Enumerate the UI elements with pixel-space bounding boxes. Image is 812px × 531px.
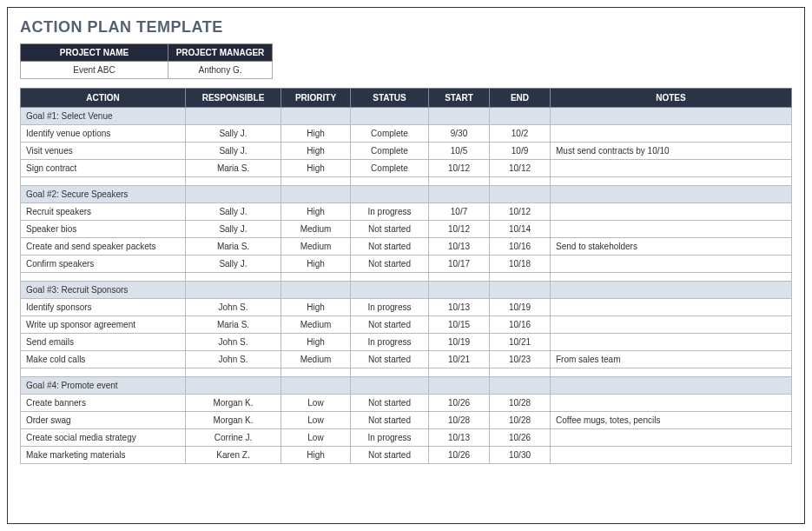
spacer-cell	[429, 273, 490, 282]
cell-start: 10/17	[429, 256, 490, 273]
cell-priority: Medium	[281, 221, 351, 238]
cell-responsible: John S.	[186, 299, 281, 316]
cell-status: Not started	[351, 351, 429, 368]
goal-label: Goal #1: Select Venue	[21, 108, 186, 125]
goal-empty-cell	[429, 282, 490, 299]
col-priority: PRIORITY	[281, 89, 351, 108]
cell-action: Create and send speaker packets	[21, 238, 186, 256]
cell-start: 10/26	[429, 395, 490, 412]
spacer-cell	[186, 273, 281, 282]
cell-notes	[551, 429, 792, 447]
cell-end: 10/16	[490, 316, 551, 334]
cell-notes	[551, 395, 792, 412]
spacer-cell	[186, 368, 281, 377]
cell-status: Complete	[351, 125, 429, 143]
cell-end: 10/2	[490, 125, 551, 143]
cell-responsible: Morgan K.	[186, 412, 281, 429]
cell-action: Make cold calls	[21, 351, 186, 368]
cell-start: 9/30	[429, 125, 490, 143]
cell-priority: Low	[281, 412, 351, 429]
spacer-cell	[21, 368, 186, 377]
cell-notes	[551, 256, 792, 273]
cell-status: Not started	[351, 447, 429, 464]
cell-status: Not started	[351, 316, 429, 334]
cell-start: 10/12	[429, 221, 490, 238]
spacer-cell	[490, 177, 551, 186]
cell-start: 10/15	[429, 316, 490, 334]
table-row: Create bannersMorgan K.LowNot started10/…	[21, 395, 792, 412]
cell-status: Complete	[351, 143, 429, 160]
spacer-cell	[281, 273, 351, 282]
cell-end: 10/14	[490, 221, 551, 238]
cell-end: 10/18	[490, 256, 551, 273]
spacer-cell	[351, 273, 429, 282]
cell-responsible: Maria S.	[186, 160, 281, 177]
goal-row: Goal #1: Select Venue	[21, 108, 792, 125]
spacer-cell	[551, 177, 792, 186]
cell-priority: High	[281, 143, 351, 160]
goal-label: Goal #2: Secure Speakers	[21, 186, 186, 203]
cell-action: Visit venues	[21, 143, 186, 160]
cell-notes: Send to stakeholders	[551, 238, 792, 256]
spacer-cell	[490, 368, 551, 377]
cell-notes: Coffee mugs, totes, pencils	[551, 412, 792, 429]
spacer-row	[21, 368, 792, 377]
col-action: ACTION	[21, 89, 186, 108]
cell-action: Identify venue options	[21, 125, 186, 143]
cell-priority: High	[281, 125, 351, 143]
col-start: START	[429, 89, 490, 108]
cell-end: 10/19	[490, 299, 551, 316]
cell-priority: Low	[281, 429, 351, 447]
document-title: ACTION PLAN TEMPLATE	[20, 18, 792, 37]
cell-end: 10/16	[490, 238, 551, 256]
cell-end: 10/28	[490, 412, 551, 429]
cell-start: 10/12	[429, 160, 490, 177]
spacer-cell	[351, 177, 429, 186]
col-status: STATUS	[351, 89, 429, 108]
table-header-row: ACTION RESPONSIBLE PRIORITY STATUS START…	[21, 89, 792, 108]
cell-priority: High	[281, 256, 351, 273]
goal-empty-cell	[186, 186, 281, 203]
cell-end: 10/26	[490, 429, 551, 447]
table-row: Create social media strategyCorrine J.Lo…	[21, 429, 792, 447]
cell-action: Make marketing materials	[21, 447, 186, 464]
spacer-row	[21, 273, 792, 282]
spacer-cell	[429, 177, 490, 186]
cell-action: Identify sponsors	[21, 299, 186, 316]
meta-value-row: Event ABC Anthony G.	[21, 62, 273, 79]
cell-notes	[551, 203, 792, 221]
cell-start: 10/13	[429, 299, 490, 316]
spacer-cell	[186, 177, 281, 186]
cell-end: 10/21	[490, 334, 551, 351]
col-end: END	[490, 89, 551, 108]
spacer-cell	[429, 368, 490, 377]
spacer-cell	[551, 368, 792, 377]
table-row: Identify venue optionsSally J.HighComple…	[21, 125, 792, 143]
meta-header-project-manager: PROJECT MANAGER	[168, 44, 273, 62]
goal-row: Goal #3: Recruit Sponsors	[21, 282, 792, 299]
goal-empty-cell	[281, 108, 351, 125]
cell-responsible: John S.	[186, 351, 281, 368]
cell-start: 10/13	[429, 238, 490, 256]
table-row: Make marketing materialsKaren Z.HighNot …	[21, 447, 792, 464]
goal-empty-cell	[551, 186, 792, 203]
cell-responsible: Sally J.	[186, 125, 281, 143]
goal-empty-cell	[490, 186, 551, 203]
cell-start: 10/5	[429, 143, 490, 160]
goal-empty-cell	[186, 108, 281, 125]
cell-responsible: Sally J.	[186, 256, 281, 273]
goal-empty-cell	[351, 377, 429, 395]
table-row: Identify sponsorsJohn S.HighIn progress1…	[21, 299, 792, 316]
cell-end: 10/9	[490, 143, 551, 160]
cell-start: 10/21	[429, 351, 490, 368]
cell-action: Confirm speakers	[21, 256, 186, 273]
cell-priority: High	[281, 447, 351, 464]
goal-empty-cell	[490, 282, 551, 299]
cell-responsible: Corrine J.	[186, 429, 281, 447]
cell-notes	[551, 334, 792, 351]
cell-responsible: John S.	[186, 334, 281, 351]
spacer-cell	[490, 273, 551, 282]
goal-empty-cell	[490, 108, 551, 125]
goal-empty-cell	[351, 186, 429, 203]
goal-empty-cell	[281, 377, 351, 395]
